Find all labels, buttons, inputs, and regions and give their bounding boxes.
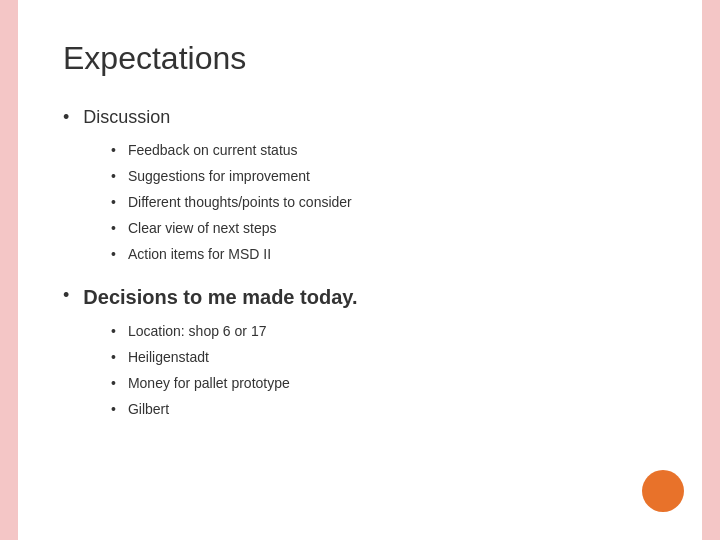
list-item: • Gilbert (111, 399, 657, 420)
section-decisions-label: Decisions to me made today. (83, 283, 357, 311)
list-item: • Clear view of next steps (111, 218, 657, 239)
right-border (702, 0, 720, 540)
discussion-sub-list: • Feedback on current status • Suggestio… (111, 140, 657, 265)
decisions-sub-list: • Location: shop 6 or 17 • Heiligenstadt… (111, 321, 657, 420)
inner-bullet: • (111, 244, 116, 265)
list-item: • Action items for MSD II (111, 244, 657, 265)
section-decisions: • Decisions to me made today. • Location… (63, 283, 657, 420)
list-item: • Different thoughts/points to consider (111, 192, 657, 213)
section-discussion-label: Discussion (83, 105, 170, 130)
sub-item-text: Money for pallet prototype (128, 373, 290, 394)
section-decisions-header: • Decisions to me made today. (63, 283, 657, 311)
inner-bullet: • (111, 347, 116, 368)
sub-item-text: Clear view of next steps (128, 218, 277, 239)
outer-bullet-decisions: • (63, 283, 69, 308)
inner-bullet: • (111, 166, 116, 187)
list-item: • Money for pallet prototype (111, 373, 657, 394)
sub-item-text: Action items for MSD II (128, 244, 271, 265)
inner-bullet: • (111, 218, 116, 239)
sub-item-text: Location: shop 6 or 17 (128, 321, 267, 342)
sub-item-text: Different thoughts/points to consider (128, 192, 352, 213)
sub-item-text: Gilbert (128, 399, 169, 420)
outer-bullet-discussion: • (63, 105, 69, 130)
sub-item-text: Heiligenstadt (128, 347, 209, 368)
inner-bullet: • (111, 140, 116, 161)
left-border (0, 0, 18, 540)
list-item: • Suggestions for improvement (111, 166, 657, 187)
sub-item-text: Feedback on current status (128, 140, 298, 161)
section-discussion-header: • Discussion (63, 105, 657, 130)
inner-bullet: • (111, 373, 116, 394)
inner-bullet: • (111, 321, 116, 342)
sub-item-text: Suggestions for improvement (128, 166, 310, 187)
list-item: • Feedback on current status (111, 140, 657, 161)
inner-bullet: • (111, 399, 116, 420)
inner-bullet: • (111, 192, 116, 213)
slide-content: Expectations • Discussion • Feedback on … (18, 0, 702, 540)
orange-circle-decoration (642, 470, 684, 512)
slide-title: Expectations (63, 40, 657, 77)
section-discussion: • Discussion • Feedback on current statu… (63, 105, 657, 265)
list-item: • Location: shop 6 or 17 (111, 321, 657, 342)
list-item: • Heiligenstadt (111, 347, 657, 368)
